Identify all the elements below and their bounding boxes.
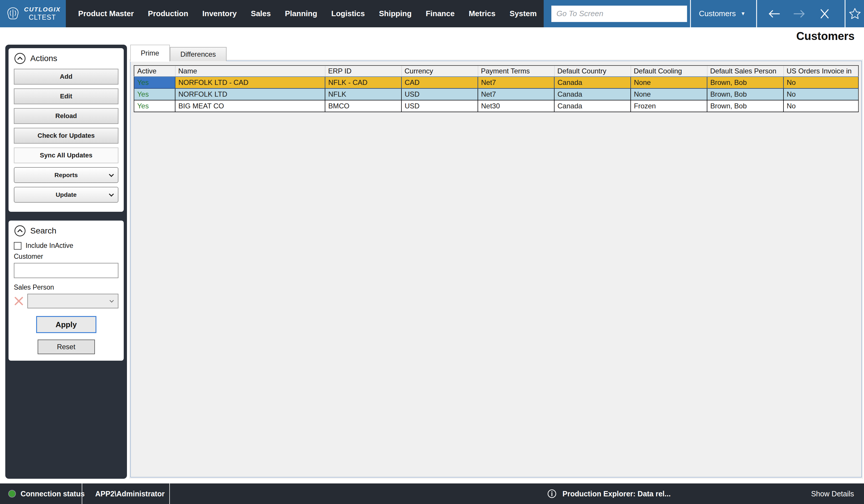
collapse-chevron-icon[interactable] — [14, 225, 26, 237]
column-header-currency[interactable]: Currency — [401, 65, 478, 77]
collapse-chevron-icon[interactable] — [14, 52, 26, 65]
table-cell: Brown, Bob — [707, 77, 783, 88]
nav-item-inventory[interactable]: Inventory — [195, 0, 244, 27]
screen-selector-dropdown[interactable]: Customers ▼ — [691, 9, 753, 18]
column-header-us-orders-invoice-in[interactable]: US Orders Invoice in — [783, 65, 859, 77]
table-cell: Yes — [134, 88, 175, 100]
statusbar-divider — [169, 483, 170, 504]
grid-header-row: ActiveNameERP IDCurrencyPayment TermsDef… — [134, 65, 859, 77]
grid-container: ActiveNameERP IDCurrencyPayment TermsDef… — [130, 61, 862, 478]
customers-table: ActiveNameERP IDCurrencyPayment TermsDef… — [134, 65, 859, 112]
table-cell: No — [783, 88, 859, 100]
add-button[interactable]: Add — [14, 69, 118, 85]
forward-button[interactable] — [791, 5, 807, 22]
table-cell: Canada — [554, 100, 631, 112]
column-header-default-cooling[interactable]: Default Cooling — [631, 65, 707, 77]
close-screen-button[interactable] — [816, 5, 833, 22]
app-logo[interactable]: CUTLOGIX CLTEST — [0, 0, 66, 27]
table-cell: Frozen — [631, 100, 707, 112]
column-header-payment-terms[interactable]: Payment Terms — [478, 65, 554, 77]
nav-item-shipping[interactable]: Shipping — [372, 0, 419, 27]
chevron-down-icon — [109, 172, 114, 177]
column-header-active[interactable]: Active — [134, 65, 175, 77]
search-panel: Search Include InActive Customer Sales P… — [9, 221, 124, 361]
table-cell: No — [783, 100, 859, 112]
back-button[interactable] — [766, 5, 782, 22]
grid-body: YesNORFOLK LTD - CADNFLK - CADCADNet7Can… — [134, 77, 859, 112]
tab-bar: PrimeDifferences — [130, 44, 227, 61]
actions-panel-title: Actions — [30, 54, 57, 63]
customer-label: Customer — [14, 253, 118, 260]
table-cell: Net7 — [478, 77, 554, 88]
reports-dropdown-button[interactable]: Reports — [14, 167, 118, 183]
nav-item-planning[interactable]: Planning — [278, 0, 324, 27]
environment-name: CLTEST — [29, 13, 56, 22]
sales-person-label: Sales Person — [14, 283, 118, 291]
brand-name: CUTLOGIX — [24, 6, 61, 13]
status-message: Production Explorer: Data rel... — [547, 483, 671, 504]
apply-button[interactable]: Apply — [36, 316, 96, 333]
nav-right-section: Customers ▼ — [544, 0, 864, 27]
connection-status-label: Connection status — [21, 490, 85, 498]
connection-status-section: Connection status — [0, 483, 82, 504]
nav-item-production[interactable]: Production — [141, 0, 195, 27]
tab-prime[interactable]: Prime — [130, 45, 170, 62]
nav-item-sales[interactable]: Sales — [244, 0, 278, 27]
table-cell: CAD — [401, 77, 478, 88]
include-inactive-checkbox[interactable] — [14, 242, 22, 250]
include-inactive-row: Include InActive — [14, 242, 118, 250]
clear-selection-icon[interactable] — [14, 296, 24, 306]
table-cell: Yes — [134, 100, 175, 112]
show-details-button[interactable]: Show Details — [811, 483, 854, 504]
search-panel-title: Search — [30, 226, 57, 235]
status-message-text: Production Explorer: Data rel... — [563, 490, 671, 498]
table-cell: None — [631, 88, 707, 100]
info-icon — [547, 489, 556, 499]
nav-item-finance[interactable]: Finance — [419, 0, 462, 27]
column-header-default-country[interactable]: Default Country — [554, 65, 631, 77]
sales-person-combobox[interactable] — [27, 294, 118, 308]
go-to-screen-input[interactable] — [551, 5, 687, 22]
table-cell: None — [631, 77, 707, 88]
page-title: Customers — [796, 30, 855, 42]
nav-item-logistics[interactable]: Logistics — [324, 0, 372, 27]
sidebar: Actions AddEditReloadCheck for UpdatesSy… — [5, 45, 127, 479]
actions-panel-header: Actions — [14, 52, 118, 65]
nav-item-product-master[interactable]: Product Master — [71, 0, 141, 27]
include-inactive-label: Include InActive — [26, 242, 73, 250]
nav-history-icons — [757, 5, 842, 22]
customer-input[interactable] — [14, 263, 118, 278]
reset-button[interactable]: Reset — [38, 340, 95, 354]
actions-buttons: AddEditReloadCheck for UpdatesSync All U… — [14, 69, 118, 202]
reload-button[interactable]: Reload — [14, 108, 118, 124]
favorite-button[interactable] — [845, 7, 864, 21]
connection-status-icon — [8, 490, 16, 497]
table-row[interactable]: YesNORFOLK LTD - CADNFLK - CADCADNet7Can… — [134, 77, 859, 88]
table-cell: NFLK — [325, 88, 401, 100]
update-dropdown-button[interactable]: Update — [14, 187, 118, 202]
table-cell: Canada — [554, 77, 631, 88]
tab-differences[interactable]: Differences — [170, 47, 227, 61]
search-panel-header: Search — [14, 225, 118, 237]
chevron-down-icon — [109, 192, 114, 197]
table-cell: Yes — [134, 77, 175, 88]
forward-arrow-icon — [793, 9, 806, 19]
nav-item-system[interactable]: System — [503, 0, 544, 27]
current-user-section: APP2\Administrator — [82, 483, 169, 504]
check-for-updates-button[interactable]: Check for Updates — [14, 128, 118, 144]
table-cell: NORFOLK LTD - CAD — [175, 77, 325, 88]
actions-panel: Actions AddEditReloadCheck for UpdatesSy… — [9, 48, 124, 212]
column-header-name[interactable]: Name — [175, 65, 325, 77]
table-cell: Net30 — [478, 100, 554, 112]
edit-button[interactable]: Edit — [14, 88, 118, 104]
chevron-down-icon: ▼ — [741, 11, 746, 17]
nav-item-metrics[interactable]: Metrics — [462, 0, 503, 27]
table-row[interactable]: YesNORFOLK LTDNFLKUSDNet7CanadaNoneBrown… — [134, 88, 859, 100]
top-navbar: CUTLOGIX CLTEST Product MasterProduction… — [0, 0, 864, 27]
sync-all-updates-button[interactable]: Sync All Updates — [14, 147, 118, 163]
table-row[interactable]: YesBIG MEAT COBMCOUSDNet30CanadaFrozenBr… — [134, 100, 859, 112]
screen-selector-label: Customers — [699, 9, 736, 18]
column-header-erp-id[interactable]: ERP ID — [325, 65, 401, 77]
table-cell: Brown, Bob — [707, 100, 783, 112]
column-header-default-sales-person[interactable]: Default Sales Person — [707, 65, 783, 77]
